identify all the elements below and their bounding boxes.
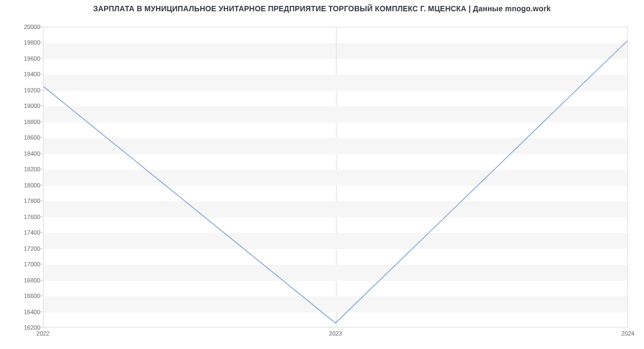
- y-tick-label: 18400: [13, 150, 40, 157]
- y-tick-mark: [40, 58, 43, 59]
- y-tick-label: 17800: [13, 198, 40, 204]
- y-tick-label: 19200: [13, 87, 40, 93]
- y-tick-mark: [40, 90, 43, 90]
- y-tick-mark: [40, 106, 43, 106]
- y-tick-mark: [40, 232, 43, 233]
- y-tick-mark: [40, 27, 43, 27]
- y-tick-label: 16400: [13, 309, 40, 315]
- y-tick-label: 18200: [13, 166, 40, 172]
- y-tick-mark: [40, 264, 43, 265]
- y-tick-label: 19400: [13, 71, 40, 77]
- y-tick-label: 17000: [13, 261, 40, 267]
- y-tick-mark: [40, 296, 43, 296]
- x-tick-label: 2022: [36, 330, 49, 337]
- x-tick-label: 2023: [329, 330, 342, 337]
- y-tick-label: 19000: [13, 103, 40, 109]
- y-tick-mark: [40, 216, 43, 217]
- y-tick-mark: [40, 42, 43, 43]
- y-tick-mark: [40, 328, 43, 328]
- y-tick-label: 17200: [13, 245, 40, 252]
- y-tick-label: 18600: [13, 134, 40, 141]
- y-tick-mark: [40, 153, 43, 154]
- chart-title: ЗАРПЛАТА В МУНИЦИПАЛЬНОЕ УНИТАРНОЕ ПРЕДП…: [0, 4, 644, 13]
- y-tick-label: 18000: [13, 182, 40, 188]
- y-tick-mark: [40, 311, 43, 312]
- y-tick-mark: [40, 74, 43, 75]
- y-tick-label: 19600: [13, 55, 40, 62]
- y-tick-mark: [40, 137, 43, 138]
- plot-area: [43, 27, 628, 328]
- y-tick-label: 16600: [13, 293, 40, 299]
- y-tick-label: 20000: [13, 24, 40, 30]
- y-tick-mark: [40, 169, 43, 170]
- series-line: [43, 41, 627, 323]
- y-tick-label: 17600: [13, 214, 40, 220]
- y-tick-label: 16800: [13, 277, 40, 283]
- chart-container: ЗАРПЛАТА В МУНИЦИПАЛЬНОЕ УНИТАРНОЕ ПРЕДП…: [0, 0, 644, 349]
- y-tick-label: 18800: [13, 119, 40, 125]
- line-layer: [43, 27, 627, 327]
- x-tick-label: 2024: [621, 330, 634, 337]
- y-tick-mark: [40, 248, 43, 249]
- y-tick-mark: [40, 201, 43, 201]
- y-tick-label: 19800: [13, 39, 40, 46]
- y-tick-label: 17400: [13, 229, 40, 236]
- y-tick-mark: [40, 185, 43, 185]
- y-tick-mark: [40, 121, 43, 122]
- y-tick-mark: [40, 280, 43, 280]
